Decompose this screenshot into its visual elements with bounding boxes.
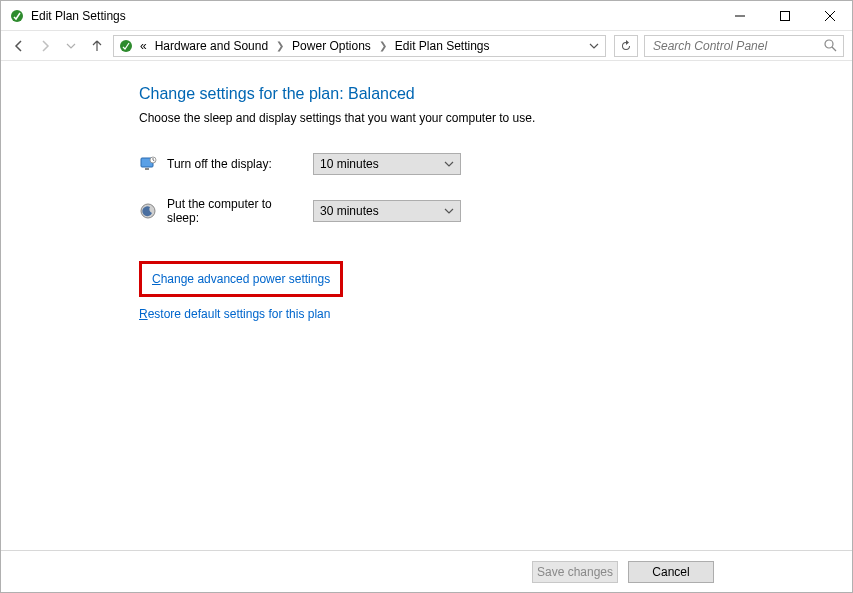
window-controls <box>717 1 852 30</box>
chevron-right-icon: ❯ <box>377 40 389 51</box>
display-off-row: Turn off the display: 10 minutes <box>139 153 852 175</box>
address-dropdown-icon[interactable] <box>587 41 601 51</box>
sleep-row: Put the computer to sleep: 30 minutes <box>139 197 852 225</box>
minimize-button[interactable] <box>717 1 762 31</box>
breadcrumb-hardware[interactable]: Hardware and Sound <box>153 37 270 55</box>
window-title: Edit Plan Settings <box>31 9 126 23</box>
back-button[interactable] <box>9 36 29 56</box>
search-input[interactable] <box>651 38 824 54</box>
sleep-icon <box>139 202 157 220</box>
content-area: Change settings for the plan: Balanced C… <box>1 61 852 550</box>
forward-button[interactable] <box>35 36 55 56</box>
sleep-label: Put the computer to sleep: <box>167 197 303 225</box>
titlebar: Edit Plan Settings <box>1 1 852 31</box>
navbar: « Hardware and Sound ❯ Power Options ❯ E… <box>1 31 852 61</box>
breadcrumb-power[interactable]: Power Options <box>290 37 373 55</box>
chevron-down-icon <box>444 159 454 169</box>
cancel-button[interactable]: Cancel <box>628 561 714 583</box>
search-box[interactable] <box>644 35 844 57</box>
cancel-label: Cancel <box>652 565 689 579</box>
display-off-dropdown[interactable]: 10 minutes <box>313 153 461 175</box>
close-button[interactable] <box>807 1 852 31</box>
sleep-dropdown[interactable]: 30 minutes <box>313 200 461 222</box>
display-off-value: 10 minutes <box>320 157 379 171</box>
control-panel-icon <box>118 38 134 54</box>
recent-dropdown[interactable] <box>61 36 81 56</box>
breadcrumb-prefix: « <box>138 37 149 55</box>
page-subtext: Choose the sleep and display settings th… <box>139 111 852 125</box>
chevron-down-icon <box>444 206 454 216</box>
save-button: Save changes <box>532 561 618 583</box>
address-bar[interactable]: « Hardware and Sound ❯ Power Options ❯ E… <box>113 35 606 57</box>
svg-rect-2 <box>780 12 789 21</box>
search-icon <box>824 39 837 52</box>
svg-point-5 <box>120 40 132 52</box>
maximize-button[interactable] <box>762 1 807 31</box>
display-icon <box>139 155 157 173</box>
svg-point-6 <box>825 40 833 48</box>
svg-line-7 <box>832 47 836 51</box>
app-icon <box>9 8 25 24</box>
button-bar: Save changes Cancel <box>1 550 852 592</box>
page-heading: Change settings for the plan: Balanced <box>139 85 852 103</box>
breadcrumb-edit-plan[interactable]: Edit Plan Settings <box>393 37 492 55</box>
chevron-right-icon: ❯ <box>274 40 286 51</box>
refresh-button[interactable] <box>614 35 638 57</box>
highlighted-link-box: Change advanced power settings <box>139 261 343 297</box>
save-label: Save changes <box>537 565 613 579</box>
restore-defaults-link[interactable]: Restore default settings for this plan <box>139 307 330 321</box>
advanced-settings-link[interactable]: Change advanced power settings <box>152 272 330 286</box>
svg-rect-9 <box>145 168 149 170</box>
display-off-label: Turn off the display: <box>167 157 303 171</box>
up-button[interactable] <box>87 36 107 56</box>
svg-point-0 <box>11 10 23 22</box>
sleep-value: 30 minutes <box>320 204 379 218</box>
